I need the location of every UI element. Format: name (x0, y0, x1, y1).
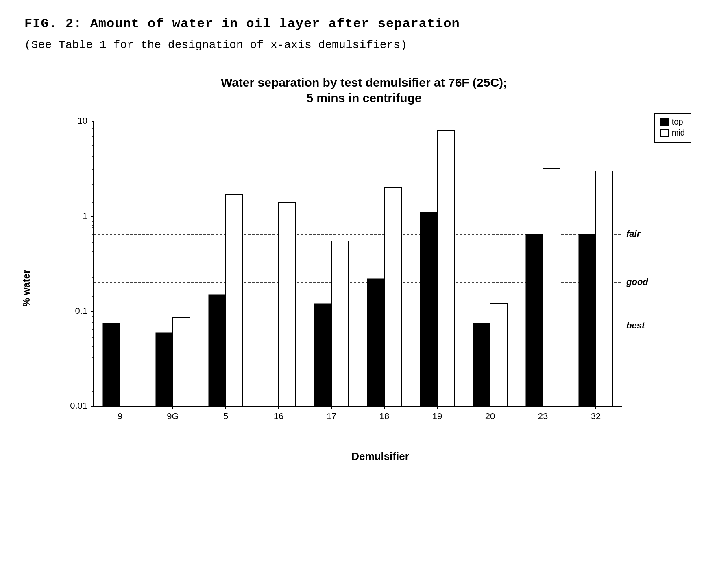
svg-text:9: 9 (118, 411, 122, 421)
svg-rect-48 (279, 202, 296, 406)
chart-area: top mid 10 (61, 113, 691, 447)
legend-mid-item: mid (660, 128, 685, 138)
svg-rect-53 (367, 279, 384, 406)
svg-rect-40 (103, 323, 120, 406)
svg-text:19: 19 (432, 411, 442, 421)
chart-legend: top mid (654, 113, 691, 143)
chart-container: Water separation by test demulsifier at … (28, 76, 700, 475)
svg-rect-62 (526, 234, 543, 406)
svg-text:23: 23 (538, 411, 548, 421)
svg-text:17: 17 (327, 411, 336, 421)
svg-rect-43 (173, 318, 190, 406)
legend-mid-label: mid (672, 128, 685, 138)
svg-rect-46 (226, 195, 243, 406)
svg-rect-51 (331, 241, 349, 406)
svg-text:1: 1 (83, 211, 87, 221)
fig-subtitle: (See Table 1 for the designation of x-ax… (24, 39, 704, 51)
legend-mid-box (660, 129, 669, 137)
svg-text:best: best (626, 320, 645, 330)
x-axis-label: Demulsifier (61, 450, 700, 463)
y-axis-label: % water (21, 269, 32, 306)
svg-rect-50 (314, 304, 331, 406)
svg-rect-42 (156, 333, 173, 406)
legend-top-label: top (672, 117, 683, 127)
svg-text:0.1: 0.1 (75, 306, 87, 316)
svg-text:0.01: 0.01 (70, 400, 87, 411)
svg-rect-63 (543, 169, 560, 406)
fig-title: FIG. 2: Amount of water in oil layer aft… (24, 16, 704, 31)
svg-rect-59 (473, 323, 490, 406)
svg-text:10: 10 (78, 116, 87, 126)
svg-rect-57 (437, 131, 454, 406)
svg-text:16: 16 (274, 411, 283, 421)
svg-rect-54 (384, 188, 401, 406)
chart-svg: 10 (61, 113, 651, 431)
svg-text:5: 5 (223, 411, 228, 421)
svg-text:20: 20 (485, 411, 495, 421)
svg-text:18: 18 (379, 411, 389, 421)
svg-text:32: 32 (591, 411, 601, 421)
svg-text:fair: fair (626, 229, 641, 239)
legend-top-item: top (660, 117, 685, 127)
svg-rect-56 (420, 212, 437, 406)
svg-rect-66 (596, 171, 613, 406)
svg-text:good: good (626, 277, 648, 287)
page-wrapper: FIG. 2: Amount of water in oil layer aft… (24, 16, 704, 475)
svg-rect-65 (579, 234, 596, 406)
legend-top-box (660, 118, 669, 126)
svg-rect-60 (490, 304, 507, 406)
chart-title-line2: 5 mins in centrifuge (28, 91, 700, 105)
svg-text:9G: 9G (167, 411, 179, 421)
chart-title-line1: Water separation by test demulsifier at … (28, 76, 700, 90)
svg-rect-45 (209, 295, 226, 406)
